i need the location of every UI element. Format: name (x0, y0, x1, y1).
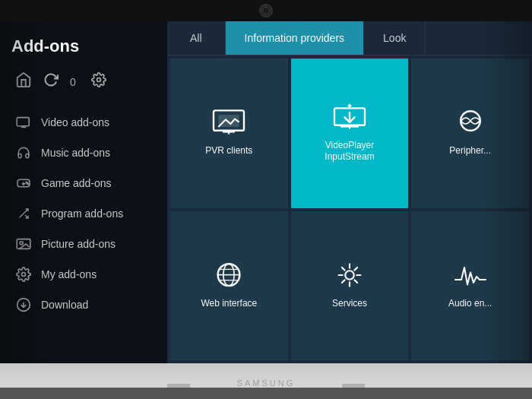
grid-cell-pvr-clients[interactable]: PVR clients (170, 59, 288, 208)
tab-all[interactable]: All (167, 21, 226, 55)
refresh-icon[interactable] (43, 72, 59, 91)
svg-point-8 (27, 183, 29, 185)
video-addons-label: Video add-ons (41, 116, 109, 128)
web-interface-label: Web interface (201, 298, 257, 310)
pvr-clients-icon (211, 109, 247, 145)
addon-count: 0 (70, 76, 76, 88)
svg-rect-19 (219, 115, 239, 127)
peripheral-label: Peripher... (449, 145, 491, 157)
music-addons-label: Music add-ons (41, 147, 110, 159)
audio-encoder-icon (452, 261, 489, 298)
picture-addons-icon (15, 236, 32, 252)
audio-encoder-label: Audio en... (448, 298, 492, 310)
content-area: All Information providers Look (167, 21, 532, 363)
svg-point-13 (22, 273, 26, 277)
sidebar-item-game-addons[interactable]: Game add-ons (11, 168, 156, 198)
sidebar-item-music-addons[interactable]: Music add-ons (11, 138, 156, 168)
tab-bar: All Information providers Look (167, 21, 532, 55)
music-addons-icon (15, 144, 32, 161)
my-addons-icon (15, 266, 32, 283)
page-title: Add-ons (11, 36, 156, 56)
screen: Add-ons 0 (0, 21, 532, 363)
game-addons-label: Game add-ons (41, 177, 112, 189)
tab-information-providers[interactable]: Information providers (226, 21, 365, 55)
sidebar-item-video-addons[interactable]: Video add-ons (11, 107, 156, 138)
picture-addons-label: Picture add-ons (41, 238, 116, 250)
download-label: Download (41, 299, 88, 311)
desk-surface (0, 388, 532, 399)
sidebar: Add-ons 0 (0, 21, 167, 363)
sidebar-item-my-addons[interactable]: My add-ons (11, 259, 156, 290)
grid-cell-services[interactable]: Services (291, 211, 409, 361)
pvr-clients-label: PVR clients (205, 145, 252, 157)
camera-bar (0, 0, 532, 21)
program-addons-label: Program add-ons (41, 207, 123, 220)
grid-cell-peripheral[interactable]: Peripher... (411, 59, 529, 208)
peripheral-icon (452, 109, 489, 145)
kodi-box-icon[interactable] (15, 71, 32, 92)
svg-rect-11 (17, 239, 30, 249)
sidebar-item-picture-addons[interactable]: Picture add-ons (11, 229, 156, 259)
svg-rect-1 (17, 118, 29, 126)
grid-cell-web-interface[interactable]: Web interface (170, 211, 288, 361)
sidebar-item-program-addons[interactable]: Program add-ons (11, 198, 156, 229)
download-icon (15, 296, 32, 313)
sidebar-item-download[interactable]: Download (11, 290, 156, 320)
program-addons-icon (15, 205, 32, 222)
video-addons-icon (15, 114, 32, 131)
svg-point-12 (20, 242, 23, 245)
svg-point-0 (97, 78, 100, 82)
grid-cell-audio-encoder[interactable]: Audio en... (411, 211, 529, 361)
sidebar-icons-row: 0 (11, 71, 156, 92)
addon-grid: PVR clients V (167, 55, 532, 363)
grid-cell-videoplayer-inputstream[interactable]: VideoPlayerInputStream (291, 59, 409, 208)
sidebar-nav: Video add-ons Music add-ons (11, 107, 156, 320)
svg-point-32 (345, 271, 354, 280)
settings-gear-icon[interactable] (91, 72, 106, 91)
services-label: Services (332, 298, 367, 310)
camera-lens (259, 4, 273, 17)
videoplayer-inputstream-icon (331, 103, 368, 140)
game-addons-icon (15, 175, 32, 192)
my-addons-label: My add-ons (41, 268, 97, 280)
web-interface-icon (211, 261, 247, 298)
videoplayer-inputstream-label: VideoPlayerInputStream (325, 140, 374, 163)
services-icon (331, 261, 368, 298)
tab-look[interactable]: Look (364, 21, 426, 55)
